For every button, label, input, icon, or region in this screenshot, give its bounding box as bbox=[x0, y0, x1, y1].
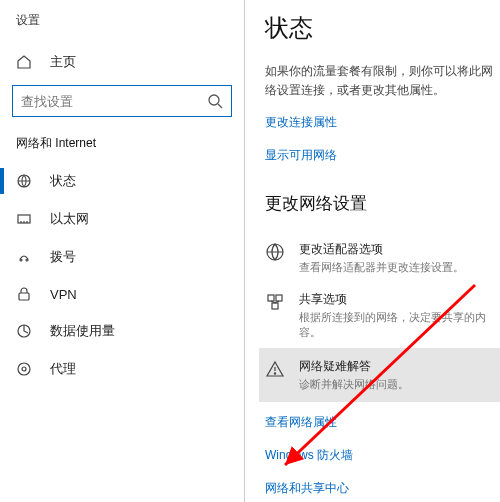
change-connection-props-link[interactable]: 更改连接属性 bbox=[265, 114, 337, 131]
option-sharing[interactable]: 共享选项 根据所连接到的网络，决定要共享的内容。 bbox=[265, 283, 500, 348]
dialup-icon bbox=[16, 249, 32, 265]
svg-line-1 bbox=[218, 104, 222, 108]
option-subtitle: 诊断并解决网络问题。 bbox=[299, 377, 494, 392]
svg-point-12 bbox=[22, 367, 26, 371]
option-title: 更改适配器选项 bbox=[299, 241, 500, 258]
search-input-wrap[interactable] bbox=[12, 85, 232, 117]
proxy-icon bbox=[16, 361, 32, 377]
show-networks-link[interactable]: 显示可用网络 bbox=[265, 147, 337, 164]
firewall-link[interactable]: Windows 防火墙 bbox=[265, 447, 353, 464]
svg-point-20 bbox=[274, 373, 275, 374]
sidebar-item-label: 数据使用量 bbox=[50, 322, 115, 340]
svg-rect-15 bbox=[276, 295, 282, 301]
home-label: 主页 bbox=[50, 53, 76, 71]
sharing-icon bbox=[265, 292, 285, 312]
option-subtitle: 查看网络适配器并更改连接设置。 bbox=[299, 260, 500, 275]
adapter-icon bbox=[265, 242, 285, 262]
data-usage-icon bbox=[16, 323, 32, 339]
svg-rect-16 bbox=[272, 303, 278, 309]
svg-rect-14 bbox=[268, 295, 274, 301]
status-icon bbox=[16, 173, 32, 189]
sidebar-item-ethernet[interactable]: 以太网 bbox=[0, 200, 244, 238]
section-title: 更改网络设置 bbox=[265, 192, 500, 215]
option-title: 网络疑难解答 bbox=[299, 358, 494, 375]
sidebar-item-vpn[interactable]: VPN bbox=[0, 276, 244, 312]
home-icon bbox=[16, 54, 32, 70]
page-title: 状态 bbox=[265, 12, 500, 44]
sidebar-item-label: 状态 bbox=[50, 172, 76, 190]
option-title: 共享选项 bbox=[299, 291, 500, 308]
option-adapter[interactable]: 更改适配器选项 查看网络适配器并更改连接设置。 bbox=[265, 233, 500, 283]
option-subtitle: 根据所连接到的网络，决定要共享的内容。 bbox=[299, 310, 500, 340]
group-title: 网络和 Internet bbox=[0, 129, 244, 162]
search-input[interactable] bbox=[21, 94, 207, 109]
app-title: 设置 bbox=[0, 12, 244, 43]
sidebar-item-label: 拨号 bbox=[50, 248, 76, 266]
search-icon bbox=[207, 93, 223, 109]
ethernet-icon bbox=[16, 211, 32, 227]
status-description: 如果你的流量套餐有限制，则你可以将此网络设置连接，或者更改其他属性。 bbox=[265, 62, 500, 100]
sidebar-item-label: 以太网 bbox=[50, 210, 89, 228]
svg-point-8 bbox=[26, 259, 28, 261]
vpn-icon bbox=[16, 286, 32, 302]
home-button[interactable]: 主页 bbox=[0, 43, 244, 81]
sidebar-item-status[interactable]: 状态 bbox=[0, 162, 244, 200]
sidebar-item-dialup[interactable]: 拨号 bbox=[0, 238, 244, 276]
sidebar-item-data-usage[interactable]: 数据使用量 bbox=[0, 312, 244, 350]
troubleshoot-icon bbox=[265, 359, 285, 379]
sidebar-item-label: 代理 bbox=[50, 360, 76, 378]
sidebar-item-label: VPN bbox=[50, 287, 77, 302]
svg-point-7 bbox=[20, 259, 22, 261]
network-sharing-center-link[interactable]: 网络和共享中心 bbox=[265, 480, 349, 497]
svg-point-11 bbox=[18, 363, 30, 375]
sidebar-item-proxy[interactable]: 代理 bbox=[0, 350, 244, 388]
svg-point-0 bbox=[209, 95, 219, 105]
view-network-props-link[interactable]: 查看网络属性 bbox=[265, 414, 337, 431]
option-troubleshoot[interactable]: 网络疑难解答 诊断并解决网络问题。 bbox=[259, 348, 500, 402]
svg-rect-9 bbox=[19, 293, 29, 300]
